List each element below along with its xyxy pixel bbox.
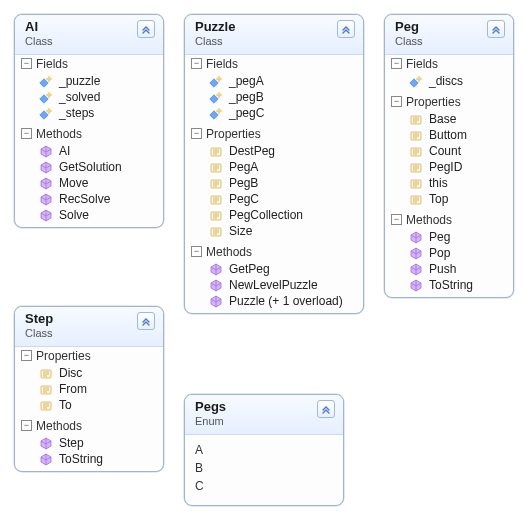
section-heading-methods: − Methods xyxy=(185,243,363,261)
member-label: To xyxy=(59,398,72,412)
collapse-button[interactable] xyxy=(137,20,155,38)
list-item[interactable]: To xyxy=(19,397,159,413)
section-label: Fields xyxy=(406,57,438,71)
field-icon xyxy=(209,106,223,120)
collapse-button[interactable] xyxy=(337,20,355,38)
list-item[interactable]: _solved xyxy=(19,89,159,105)
member-label: _discs xyxy=(429,74,463,88)
enum-value[interactable]: B xyxy=(195,459,333,477)
list-item[interactable]: From xyxy=(19,381,159,397)
list-item[interactable]: ToString xyxy=(19,451,159,467)
property-icon xyxy=(409,144,423,158)
member-label: PegA xyxy=(229,160,258,174)
minus-icon[interactable]: − xyxy=(191,246,202,257)
minus-icon[interactable]: − xyxy=(391,58,402,69)
section-label: Properties xyxy=(36,349,91,363)
list-item[interactable]: this xyxy=(389,175,509,191)
method-icon xyxy=(209,278,223,292)
minus-icon[interactable]: − xyxy=(391,214,402,225)
list-item[interactable]: Count xyxy=(389,143,509,159)
method-icon xyxy=(39,176,53,190)
section-heading-methods: − Methods xyxy=(15,417,163,435)
list-item[interactable]: PegC xyxy=(189,191,359,207)
list-item[interactable]: Puzzle (+ 1 overload) xyxy=(189,293,359,309)
list-item[interactable]: Step xyxy=(19,435,159,451)
property-icon xyxy=(39,382,53,396)
list-item[interactable]: GetSolution xyxy=(19,159,159,175)
list-item[interactable]: GetPeg xyxy=(189,261,359,277)
member-label: From xyxy=(59,382,87,396)
enum-values: A B C xyxy=(185,435,343,505)
list-item[interactable]: DestPeg xyxy=(189,143,359,159)
list-item[interactable]: PegA xyxy=(189,159,359,175)
method-icon xyxy=(409,230,423,244)
list-item[interactable]: Size xyxy=(189,223,359,239)
list-item[interactable]: Pop xyxy=(389,245,509,261)
member-label: Size xyxy=(229,224,252,238)
member-label: GetPeg xyxy=(229,262,270,276)
class-header: Step Class xyxy=(15,307,163,347)
list-item[interactable]: PegCollection xyxy=(189,207,359,223)
member-label: ToString xyxy=(59,452,103,466)
member-label: DestPeg xyxy=(229,144,275,158)
list-item[interactable]: ToString xyxy=(389,277,509,293)
enum-value[interactable]: C xyxy=(195,477,333,495)
list-item[interactable]: _discs xyxy=(389,73,509,89)
method-icon xyxy=(409,246,423,260)
enum-pegs: Pegs Enum A B C xyxy=(184,394,344,506)
collapse-button[interactable] xyxy=(137,312,155,330)
member-label: _solved xyxy=(59,90,100,104)
member-label: Peg xyxy=(429,230,450,244)
list-item[interactable]: Buttom xyxy=(389,127,509,143)
minus-icon[interactable]: − xyxy=(191,128,202,139)
section-heading-properties: − Properties xyxy=(185,125,363,143)
minus-icon[interactable]: − xyxy=(391,96,402,107)
member-label: ToString xyxy=(429,278,473,292)
list-item[interactable]: PegB xyxy=(189,175,359,191)
list-item[interactable]: Move xyxy=(19,175,159,191)
class-header: AI Class xyxy=(15,15,163,55)
section-label: Methods xyxy=(406,213,452,227)
chevron-up-icon xyxy=(491,24,501,34)
minus-icon[interactable]: − xyxy=(21,128,32,139)
property-icon xyxy=(209,144,223,158)
list-item[interactable]: PegID xyxy=(389,159,509,175)
member-label: PegCollection xyxy=(229,208,303,222)
list-item[interactable]: _puzzle xyxy=(19,73,159,89)
property-icon xyxy=(409,128,423,142)
minus-icon[interactable]: − xyxy=(21,420,32,431)
list-item[interactable]: _pegC xyxy=(189,105,359,121)
field-icon xyxy=(209,90,223,104)
list-item[interactable]: NewLevelPuzzle xyxy=(189,277,359,293)
member-label: _pegA xyxy=(229,74,264,88)
field-icon xyxy=(39,74,53,88)
list-item[interactable]: _pegB xyxy=(189,89,359,105)
minus-icon[interactable]: − xyxy=(21,58,32,69)
list-item[interactable]: Disc xyxy=(19,365,159,381)
method-icon xyxy=(39,436,53,450)
collapse-button[interactable] xyxy=(487,20,505,38)
member-label: _pegB xyxy=(229,90,264,104)
method-icon xyxy=(409,262,423,276)
list-item[interactable]: AI xyxy=(19,143,159,159)
section-heading-methods: − Methods xyxy=(385,211,513,229)
collapse-button[interactable] xyxy=(317,400,335,418)
minus-icon[interactable]: − xyxy=(21,350,32,361)
list-item[interactable]: Top xyxy=(389,191,509,207)
list-item[interactable]: _pegA xyxy=(189,73,359,89)
member-label: Push xyxy=(429,262,456,276)
method-icon xyxy=(209,294,223,308)
list-item[interactable]: Base xyxy=(389,111,509,127)
list-item[interactable]: _steps xyxy=(19,105,159,121)
enum-value[interactable]: A xyxy=(195,441,333,459)
list-item[interactable]: RecSolve xyxy=(19,191,159,207)
list-item[interactable]: Push xyxy=(389,261,509,277)
list-item[interactable]: Peg xyxy=(389,229,509,245)
property-icon xyxy=(209,208,223,222)
member-label: PegID xyxy=(429,160,462,174)
minus-icon[interactable]: − xyxy=(191,58,202,69)
list-item[interactable]: Solve xyxy=(19,207,159,223)
properties-list: Base Buttom Count PegID this Top xyxy=(385,111,513,211)
fields-list: _pegA _pegB _pegC xyxy=(185,73,363,125)
method-icon xyxy=(39,452,53,466)
